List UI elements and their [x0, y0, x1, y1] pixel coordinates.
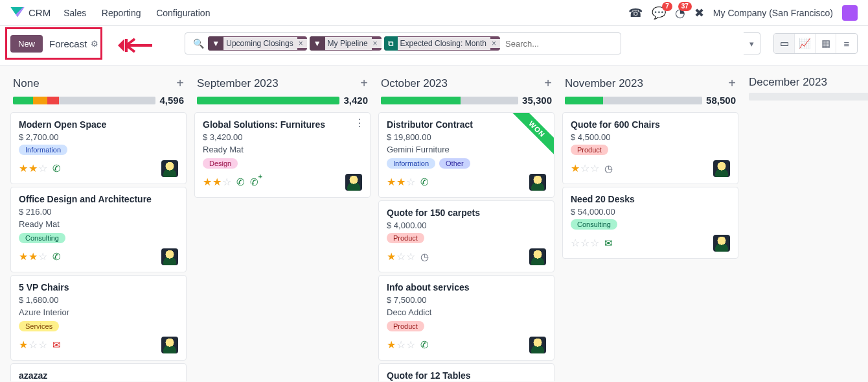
column-progress-bar[interactable]	[381, 97, 518, 104]
column-title[interactable]: December 2023	[749, 76, 827, 89]
star-icon[interactable]: ☆	[580, 163, 589, 174]
activities-icon[interactable]: ◔37	[675, 6, 685, 20]
new-button[interactable]: New	[10, 35, 43, 53]
search-facet-filter[interactable]: ▼My Pipeline×	[310, 36, 382, 51]
search-bar[interactable]: 🔍 ▼Upcoming Closings×▼My Pipeline×⧉Expec…	[185, 32, 621, 54]
column-add-button[interactable]: +	[544, 76, 552, 91]
column-progress-bar[interactable]	[565, 97, 702, 104]
salesperson-avatar-icon[interactable]	[529, 337, 546, 353]
column-title[interactable]: November 2023	[565, 77, 643, 90]
app-name[interactable]: CRM	[29, 7, 51, 18]
view-list-button[interactable]: ≡	[836, 34, 857, 53]
star-icon[interactable]: ★	[396, 177, 405, 187]
column-title[interactable]: September 2023	[197, 77, 279, 90]
star-icon[interactable]: ★	[29, 252, 38, 262]
chip-remove-icon[interactable]: ×	[297, 39, 307, 48]
kanban-card[interactable]: Office Design and Architecture$ 216.00Re…	[10, 187, 187, 272]
column-progress-bar[interactable]	[13, 97, 155, 104]
salesperson-avatar-icon[interactable]	[161, 337, 178, 353]
gear-icon[interactable]: ⚙	[91, 39, 98, 49]
column-progress-bar[interactable]	[749, 93, 868, 101]
star-icon[interactable]: ☆	[406, 252, 415, 262]
view-pivot-button[interactable]: ▦	[816, 34, 836, 53]
search-dropdown-toggle[interactable]: ▾	[744, 32, 760, 54]
kanban-card[interactable]: Info about services$ 7,500.00Deco Addict…	[378, 275, 554, 361]
star-icon[interactable]: ★	[19, 252, 28, 262]
star-icon[interactable]: ★	[19, 340, 28, 350]
clock-icon[interactable]: ◷	[420, 251, 429, 263]
search-facet-group[interactable]: ⧉Expected Closing: Month×	[384, 36, 500, 51]
phone-icon[interactable]: ✆	[420, 176, 429, 188]
salesperson-avatar-icon[interactable]	[529, 174, 546, 191]
chip-remove-icon[interactable]: ×	[490, 39, 500, 48]
phone-icon[interactable]: ✆	[52, 163, 61, 174]
priority-stars[interactable]: ★★☆	[19, 252, 47, 262]
star-icon[interactable]: ☆	[571, 238, 580, 248]
phone-tray-icon[interactable]: ☎	[628, 6, 643, 20]
star-icon[interactable]: ☆	[38, 340, 47, 350]
messages-icon[interactable]: 💬7	[652, 6, 666, 20]
salesperson-avatar-icon[interactable]	[713, 235, 730, 252]
tag-product[interactable]: Product	[387, 233, 424, 243]
view-graph-button[interactable]: 📈	[795, 34, 816, 53]
tag-product[interactable]: Product	[387, 321, 424, 331]
star-icon[interactable]: ★	[387, 340, 396, 350]
priority-stars[interactable]: ★☆☆	[19, 340, 47, 350]
star-icon[interactable]: ★	[571, 163, 580, 174]
star-icon[interactable]: ☆	[38, 163, 47, 174]
menu-configuration[interactable]: Configuration	[156, 8, 210, 18]
kanban-card[interactable]: Quote for 150 carpets$ 4,000.00Product★☆…	[378, 200, 554, 272]
salesperson-avatar-icon[interactable]	[161, 160, 178, 177]
tag-product[interactable]: Product	[571, 145, 608, 155]
kanban-card[interactable]: azazaz☆☆☆◷	[10, 363, 187, 381]
column-title[interactable]: October 2023	[381, 77, 448, 90]
star-icon[interactable]: ★	[387, 177, 396, 187]
kanban-card[interactable]: ⋮Global Solutions: Furnitures$ 3,420.00R…	[194, 112, 371, 198]
priority-stars[interactable]: ★★☆	[203, 177, 231, 187]
star-icon[interactable]: ★	[387, 252, 396, 262]
settings-tools-icon[interactable]: ✖	[694, 6, 704, 20]
phone-icon[interactable]: ✆	[420, 339, 429, 351]
priority-stars[interactable]: ☆☆☆	[571, 238, 599, 248]
tag-consulting[interactable]: Consulting	[19, 233, 65, 243]
column-add-button[interactable]: +	[728, 76, 736, 91]
kanban-card[interactable]: 5 VP Chairs$ 1,680.00Azure InteriorServi…	[10, 275, 187, 361]
tag-design[interactable]: Design	[203, 158, 238, 169]
tag-consulting[interactable]: Consulting	[571, 219, 617, 230]
menu-sales[interactable]: Sales	[63, 8, 86, 18]
kanban-card[interactable]: Need 20 Desks$ 54,000.00Consulting☆☆☆✉	[562, 187, 738, 259]
priority-stars[interactable]: ★★☆	[19, 163, 47, 174]
column-add-button[interactable]: +	[176, 76, 184, 91]
column-add-button[interactable]: +	[360, 76, 368, 91]
salesperson-avatar-icon[interactable]	[161, 248, 178, 265]
chip-remove-icon[interactable]: ×	[372, 39, 382, 48]
salesperson-avatar-icon[interactable]	[345, 174, 362, 191]
star-icon[interactable]: ☆	[406, 340, 415, 350]
search-input[interactable]	[503, 36, 617, 51]
view-kanban-button[interactable]: ▭	[774, 34, 795, 53]
menu-reporting[interactable]: Reporting	[102, 8, 141, 18]
salesperson-avatar-icon[interactable]	[713, 160, 730, 177]
mail-icon[interactable]: ✉	[604, 237, 613, 249]
kanban-card[interactable]: Quote for 600 Chairs$ 4,500.00Product★☆☆…	[562, 112, 738, 184]
tag-services[interactable]: Services	[19, 321, 59, 331]
star-icon[interactable]: ★	[203, 177, 212, 187]
star-icon[interactable]: ☆	[580, 238, 589, 248]
clock-icon[interactable]: ◷	[604, 163, 613, 174]
star-icon[interactable]: ☆	[222, 177, 231, 187]
star-icon[interactable]: ★	[212, 177, 222, 187]
card-menu-icon[interactable]: ⋮	[354, 117, 365, 129]
phone-icon[interactable]: ✆	[52, 251, 61, 263]
star-icon[interactable]: ☆	[406, 177, 415, 187]
star-icon[interactable]: ☆	[396, 340, 405, 350]
star-icon[interactable]: ☆	[590, 238, 599, 248]
priority-stars[interactable]: ★★☆	[387, 177, 415, 187]
star-icon[interactable]: ☆	[396, 252, 405, 262]
star-icon[interactable]: ★	[19, 163, 28, 174]
priority-stars[interactable]: ★☆☆	[387, 340, 415, 350]
tag-information[interactable]: Information	[387, 158, 435, 169]
phone-plus-icon[interactable]: ✆+	[250, 176, 258, 188]
star-icon[interactable]: ☆	[590, 163, 599, 174]
kanban-card[interactable]: Quote for 12 Tables$ 4,000.00Product★☆☆✆	[378, 363, 554, 381]
kanban-card[interactable]: WONDistributor Contract$ 19,800.00Gemini…	[378, 112, 554, 198]
